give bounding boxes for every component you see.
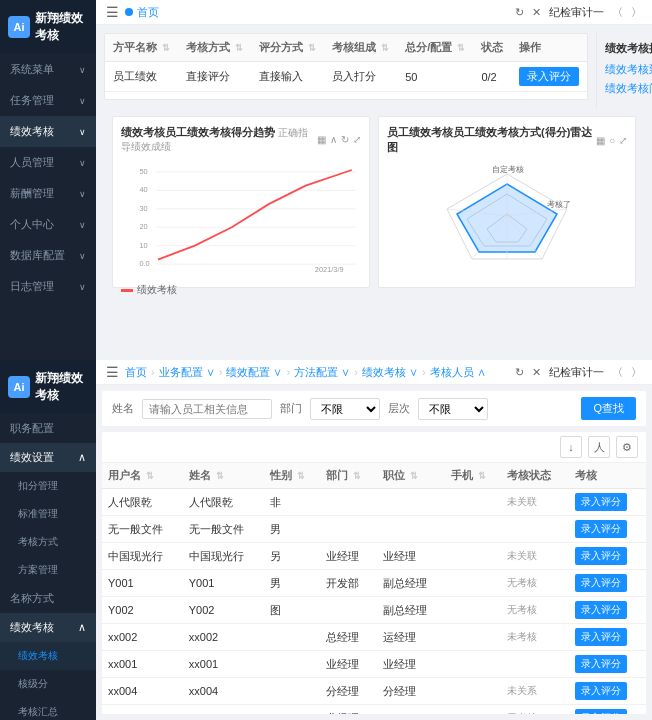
- bc-sep4: ›: [354, 366, 358, 378]
- sidebar2-item-perf-settings[interactable]: 绩效设置 ∧: [0, 443, 96, 472]
- chevron-down-icon: ∨: [79, 65, 86, 75]
- bc-perfconf[interactable]: 绩效配置 ∨: [226, 365, 282, 380]
- svg-text:20: 20: [139, 222, 147, 231]
- nav-next-btn[interactable]: 〉: [631, 5, 642, 20]
- cell-userid: xx005: [102, 705, 183, 715]
- sidebar2-item-perf-exam-sub[interactable]: 绩效考核: [0, 642, 96, 670]
- filter-dept-select[interactable]: 不限: [310, 398, 380, 420]
- enter-btn[interactable]: 录入评分: [575, 655, 627, 673]
- logo1: Ai 新翔绩效考核: [0, 0, 96, 54]
- chart-icon-bar2[interactable]: ▦: [596, 135, 605, 146]
- cell-action: 录入评分: [569, 624, 646, 651]
- sidebar-label-menu: 系统菜单: [10, 62, 54, 77]
- chart-icon-expand[interactable]: ⤢: [353, 134, 361, 145]
- sidebar-item-personal[interactable]: 个人中心 ∨: [0, 209, 96, 240]
- cell-gender: 非: [264, 489, 321, 516]
- sidebar2-item-examway[interactable]: 考核方式: [0, 528, 96, 556]
- enter-btn[interactable]: 录入评分: [575, 547, 627, 565]
- nav-next-btn2[interactable]: 〉: [631, 365, 642, 380]
- user-info2: 纪检审计一: [549, 365, 604, 380]
- sidebar2-item-nameway[interactable]: 名称方式: [0, 584, 96, 613]
- chevron-down-icon: ∨: [79, 127, 86, 137]
- enter-score-btn[interactable]: 录入评分: [519, 67, 579, 86]
- sidebar2-item-position[interactable]: 职务配置: [0, 414, 96, 443]
- cell-userid: xx001: [102, 651, 183, 678]
- logo2: Ai 新翔绩效考核: [0, 360, 96, 414]
- bc-home[interactable]: 首页: [125, 365, 147, 380]
- enter-btn[interactable]: 录入评分: [575, 682, 627, 700]
- chevron-down-icon: ∨: [79, 158, 86, 168]
- filter-role-select[interactable]: 不限: [418, 398, 488, 420]
- chart-icon-refresh[interactable]: ↻: [341, 134, 349, 145]
- enter-btn[interactable]: 录入评分: [575, 601, 627, 619]
- cell-action: 录入评分: [569, 543, 646, 570]
- sidebar-item-log[interactable]: 日志管理 ∨: [0, 271, 96, 302]
- radar-svg: 自定考核 考核了: [427, 164, 587, 274]
- enter-btn[interactable]: 录入评分: [575, 493, 627, 511]
- cell-phone: [445, 489, 502, 516]
- topbar-right1: ↻ ✕ 纪检审计一 〈 〉: [515, 5, 642, 20]
- enter-btn[interactable]: 录入评分: [575, 520, 627, 538]
- cell-phone: [445, 597, 502, 624]
- toolbar-download-icon[interactable]: ↓: [560, 436, 582, 458]
- enter-btn[interactable]: 录入评分: [575, 574, 627, 592]
- table-row: xx005 xx005 业经理 无考核 录入评分: [102, 705, 646, 715]
- sidebar-item-db[interactable]: 数据库配置 ∨: [0, 240, 96, 271]
- nav-prev-btn[interactable]: 〈: [612, 5, 623, 20]
- toolbar-user-icon[interactable]: 人: [588, 436, 610, 458]
- close-icon2[interactable]: ✕: [532, 366, 541, 379]
- filter-name-input[interactable]: [142, 399, 272, 419]
- bc-examperson[interactable]: 考核人员 ∧: [430, 365, 486, 380]
- bc-methodconf[interactable]: 方法配置 ∨: [294, 365, 350, 380]
- sidebar-item-perf[interactable]: 绩效考核 ∨: [0, 116, 96, 147]
- col2-name: 姓名 ⇅: [183, 463, 264, 489]
- col2-userid: 用户名 ⇅: [102, 463, 183, 489]
- cell-dept: 开发部: [320, 570, 377, 597]
- sidebar2-item-summary[interactable]: 考核汇总: [0, 698, 96, 720]
- sidebar2-label-plan: 方案管理: [18, 563, 58, 577]
- right-panel-item1[interactable]: 绩效考核到稿: [605, 62, 652, 77]
- bc-bizconf[interactable]: 业务配置 ∨: [159, 365, 215, 380]
- cell-status: [501, 516, 569, 543]
- chart-icon-line[interactable]: ∧: [330, 134, 337, 145]
- nav-prev-btn2[interactable]: 〈: [612, 365, 623, 380]
- chevron-down-icon: ∨: [79, 220, 86, 230]
- cell-userid: 人代限乾: [102, 489, 183, 516]
- sidebar-label-perf: 绩效考核: [10, 124, 54, 139]
- sidebar-item-task[interactable]: 任务管理 ∨: [0, 85, 96, 116]
- enter-btn[interactable]: 录入评分: [575, 628, 627, 646]
- bc-perfexam[interactable]: 绩效考核 ∨: [362, 365, 418, 380]
- table-row: 员工绩效 直接评分 直接输入 员入打分 50 0/2 录入评分: [105, 62, 587, 92]
- sidebar2-item-level[interactable]: 核级分: [0, 670, 96, 698]
- chart-icon-expand2[interactable]: ⤢: [619, 135, 627, 146]
- sidebar2-item-perf-exam[interactable]: 绩效考核 ∧: [0, 613, 96, 642]
- user-info1: 纪检审计一: [549, 5, 604, 20]
- sidebar2-label-perf-exam: 绩效考核: [10, 620, 54, 635]
- sidebar-item-hr[interactable]: 人员管理 ∨: [0, 147, 96, 178]
- sidebar2-item-standard[interactable]: 标准管理: [0, 500, 96, 528]
- cell-action: 录入评分: [569, 597, 646, 624]
- chart-icon-dot2[interactable]: ○: [609, 135, 615, 146]
- chart-icon-bar[interactable]: ▦: [317, 134, 326, 145]
- toolbar-settings-icon[interactable]: ⚙: [616, 436, 638, 458]
- enter-btn[interactable]: 录入评分: [575, 709, 627, 714]
- legend-line: [121, 289, 133, 292]
- refresh-icon2[interactable]: ↻: [515, 366, 524, 379]
- breadcrumb-home[interactable]: 首页: [137, 5, 159, 20]
- right-panel-item2[interactable]: 绩效考核问: [605, 81, 652, 96]
- cell-status: 未考核: [501, 624, 569, 651]
- refresh-icon[interactable]: ↻: [515, 6, 524, 19]
- topbar2: ☰ 首页 › 业务配置 ∨ › 绩效配置 ∨ › 方法配置 ∨ › 绩效考核 ∨…: [96, 360, 652, 385]
- sidebar2-item-deduct[interactable]: 扣分管理: [0, 472, 96, 500]
- sidebar2-item-plan[interactable]: 方案管理: [0, 556, 96, 584]
- chevron-down-icon: ∨: [79, 251, 86, 261]
- cell-userid: xx004: [102, 678, 183, 705]
- hamburger-icon2[interactable]: ☰: [106, 364, 119, 380]
- sidebar-item-menu[interactable]: 系统菜单 ∨: [0, 54, 96, 85]
- sidebar-item-salary[interactable]: 薪酬管理 ∨: [0, 178, 96, 209]
- svg-text:0.0: 0.0: [139, 259, 149, 268]
- search-button[interactable]: Q查找: [581, 397, 636, 420]
- bc-sep2: ›: [219, 366, 223, 378]
- hamburger-icon[interactable]: ☰: [106, 4, 119, 20]
- close-icon[interactable]: ✕: [532, 6, 541, 19]
